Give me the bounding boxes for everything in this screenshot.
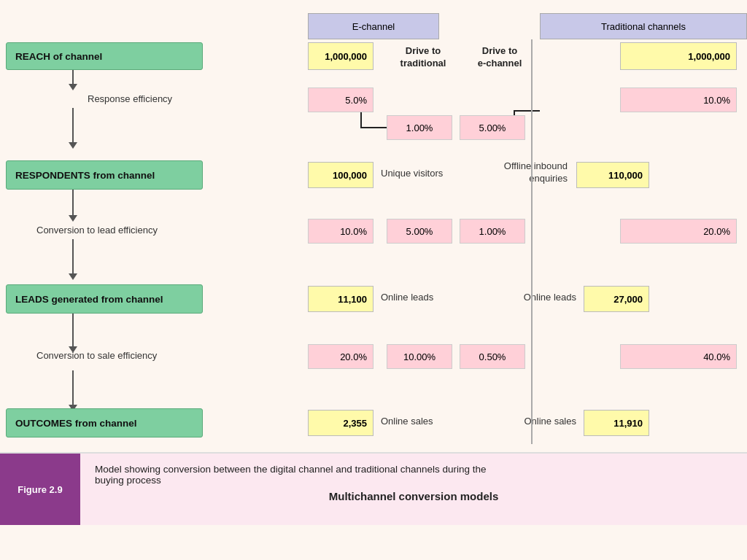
drive-echannel-lead: 1.00% bbox=[460, 219, 525, 244]
echannel-reach-value: 1,000,000 bbox=[308, 42, 374, 70]
drive-to-traditional-header: Drive to traditional bbox=[390, 45, 456, 70]
traditional-header: Traditional channels bbox=[540, 13, 747, 39]
echannel-lead-pct: 10.0% bbox=[308, 219, 374, 244]
footer-text: Model showing conversion between the dig… bbox=[80, 454, 747, 525]
outcomes-box: OUTCOMES from channel bbox=[6, 408, 203, 438]
main-container: E-channel Traditional channels Drive to … bbox=[0, 0, 747, 525]
traditional-leads-sublabel: Online leads bbox=[511, 292, 576, 303]
figure-label: Figure 2.9 bbox=[0, 454, 80, 525]
echannel-outcomes-value: 2,355 bbox=[308, 410, 374, 436]
traditional-response-pct: 10.0% bbox=[620, 88, 737, 112]
echannel-respondents-sublabel: Unique visitors bbox=[381, 168, 443, 179]
column-divider bbox=[531, 39, 533, 444]
traditional-reach-value: 1,000,000 bbox=[620, 42, 737, 70]
svg-marker-5 bbox=[69, 215, 77, 222]
reach-box: REACH of channel bbox=[6, 42, 203, 70]
conversion-lead-label: Conversion to lead efficiency bbox=[36, 225, 158, 236]
echannel-leads-sublabel: Online leads bbox=[381, 292, 433, 303]
respondents-box: RESPONDENTS from channel bbox=[6, 160, 203, 190]
echannel-header: E-channel bbox=[308, 13, 439, 39]
footer: Figure 2.9 Model showing conversion betw… bbox=[0, 452, 747, 525]
traditional-outcomes-sublabel: Online sales bbox=[511, 416, 576, 427]
echannel-respondents-value: 100,000 bbox=[308, 162, 374, 188]
drive-echannel-sale: 0.50% bbox=[460, 344, 525, 369]
echannel-sale-pct: 20.0% bbox=[308, 344, 374, 369]
drive-traditional-sale: 10.00% bbox=[387, 344, 452, 369]
leads-box: LEADS generated from channel bbox=[6, 284, 203, 314]
traditional-sale-pct: 40.0% bbox=[620, 344, 737, 369]
traditional-lead-pct: 20.0% bbox=[620, 219, 737, 244]
drive-traditional-lead: 5.00% bbox=[387, 219, 452, 244]
svg-marker-1 bbox=[69, 84, 77, 90]
echannel-leads-value: 11,100 bbox=[308, 286, 374, 312]
footer-title: Multichannel conversion models bbox=[95, 490, 732, 502]
traditional-leads-value: 27,000 bbox=[584, 286, 649, 312]
footer-description-line2: buying process bbox=[95, 475, 732, 486]
diagram-area: E-channel Traditional channels Drive to … bbox=[0, 0, 747, 452]
drive-traditional-response: 1.00% bbox=[387, 115, 452, 140]
echannel-outcomes-sublabel: Online sales bbox=[381, 416, 433, 427]
footer-description-line1: Model showing conversion between the dig… bbox=[95, 464, 732, 475]
drive-to-echannel-header: Drive to e-channel bbox=[467, 45, 533, 70]
response-efficiency-label: Response efficiency bbox=[88, 93, 172, 104]
drive-echannel-response: 5.00% bbox=[460, 115, 525, 140]
traditional-respondents-sublabel: Offline inbound enquiries bbox=[473, 160, 568, 185]
echannel-response-pct: 5.0% bbox=[308, 88, 374, 112]
svg-marker-7 bbox=[69, 273, 77, 280]
svg-marker-3 bbox=[69, 142, 77, 149]
traditional-respondents-value: 110,000 bbox=[576, 162, 649, 188]
traditional-outcomes-value: 11,910 bbox=[584, 410, 649, 436]
conversion-sale-label: Conversion to sale efficiency bbox=[36, 350, 157, 361]
